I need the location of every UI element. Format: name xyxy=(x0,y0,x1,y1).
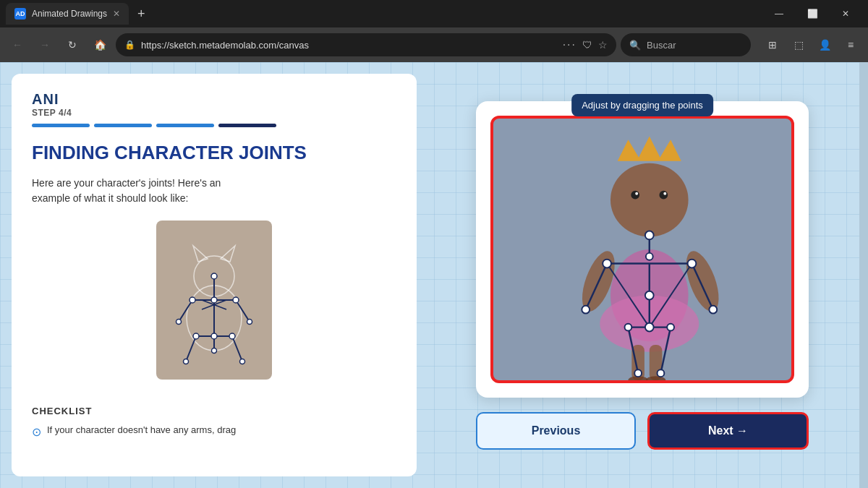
app-title: ANI xyxy=(32,91,396,108)
svg-point-22 xyxy=(247,320,252,325)
svg-point-30 xyxy=(635,192,638,194)
svg-point-31 xyxy=(663,192,666,194)
svg-point-29 xyxy=(659,190,668,199)
canvas-card: Adjust by dragging the points xyxy=(476,101,809,398)
tab-manager-icon[interactable]: ⬚ xyxy=(787,33,810,56)
navigation-buttons: Previous Next → xyxy=(476,412,809,450)
menu-icon[interactable]: ≡ xyxy=(839,33,862,56)
svg-point-16 xyxy=(190,297,195,303)
svg-point-20 xyxy=(229,333,235,339)
character-canvas[interactable] xyxy=(490,116,794,383)
sidebar-panel: ANI STEP 4/4 FINDING CHARACTER JOINTS He… xyxy=(12,74,417,476)
svg-point-25 xyxy=(211,348,216,354)
checklist-section: CHECKLIST ⊙ If your character doesn't ha… xyxy=(32,394,396,458)
step-title: FINDING CHARACTER JOINTS xyxy=(32,142,396,164)
profile-icon[interactable]: 👤 xyxy=(813,33,836,56)
url-text: https://sketch.metademolab.com/canvas xyxy=(141,40,557,51)
svg-point-60 xyxy=(634,369,642,377)
step-label: STEP 4/4 xyxy=(32,108,396,118)
svg-point-17 xyxy=(233,297,239,303)
maximize-button[interactable]: ⬜ xyxy=(796,0,829,27)
extensions-icon[interactable]: ⊞ xyxy=(761,33,784,56)
forward-button[interactable]: → xyxy=(33,33,56,56)
step-bar-2 xyxy=(94,124,152,127)
svg-point-28 xyxy=(631,190,639,199)
toolbar-icons: ⊞ ⬚ 👤 ≡ xyxy=(761,33,862,56)
home-button[interactable]: 🏠 xyxy=(88,33,111,56)
refresh-button[interactable]: ↻ xyxy=(61,33,84,56)
app-area: ANI STEP 4/4 FINDING CHARACTER JOINTS He… xyxy=(0,62,868,488)
svg-point-55 xyxy=(645,322,654,331)
svg-point-52 xyxy=(603,259,611,267)
character-skeleton-svg xyxy=(493,119,791,380)
tab-bar: AD Animated Drawings ✕ + — ⬜ ✕ xyxy=(0,0,868,27)
search-icon: 🔍 xyxy=(629,40,641,51)
svg-point-54 xyxy=(645,291,654,299)
new-tab-button[interactable]: + xyxy=(132,7,151,22)
svg-point-61 xyxy=(658,369,665,377)
address-end-icons: 🛡 ☆ xyxy=(582,39,608,51)
star-icon: ☆ xyxy=(598,39,608,51)
step-progress-bars xyxy=(32,124,396,127)
svg-point-14 xyxy=(211,273,217,279)
shield-icon: 🛡 xyxy=(582,39,592,51)
svg-point-21 xyxy=(176,320,181,325)
cat-skeleton-illustration xyxy=(156,221,272,380)
step-bar-3 xyxy=(156,124,214,127)
sidebar-body[interactable]: Here are your character's joints! Here's… xyxy=(12,176,417,476)
svg-point-19 xyxy=(193,333,199,339)
svg-point-23 xyxy=(183,359,188,364)
checklist-title: CHECKLIST xyxy=(32,406,396,416)
svg-point-50 xyxy=(645,231,654,239)
back-button[interactable]: ← xyxy=(6,33,29,56)
checklist-check-icon: ⊙ xyxy=(32,424,41,440)
step-bar-1 xyxy=(32,124,90,127)
window-controls: — ⬜ ✕ xyxy=(762,0,862,27)
navigation-bar: ← → ↻ 🏠 🔒 https://sketch.metademolab.com… xyxy=(0,27,868,62)
search-placeholder: Buscar xyxy=(647,40,676,51)
svg-point-53 xyxy=(688,259,697,267)
description: Here are your character's joints! Here's… xyxy=(32,176,396,206)
checklist-item-text: If your character doesn't have any arms,… xyxy=(47,424,236,437)
close-button[interactable]: ✕ xyxy=(829,0,862,27)
previous-button[interactable]: Previous xyxy=(476,412,636,450)
security-icon: 🔒 xyxy=(124,40,135,50)
cat-skeleton-svg xyxy=(158,224,271,376)
tab-favicon: AD xyxy=(14,8,26,20)
svg-point-24 xyxy=(239,359,244,364)
browser-chrome: AD Animated Drawings ✕ + — ⬜ ✕ ← → ↻ 🏠 🔒… xyxy=(0,0,868,62)
svg-point-51 xyxy=(646,252,653,260)
right-panel: Adjust by dragging the points xyxy=(417,62,868,488)
svg-point-59 xyxy=(709,305,717,313)
minimize-button[interactable]: — xyxy=(762,0,796,27)
tab-close-button[interactable]: ✕ xyxy=(113,9,120,19)
tab-title: Animated Drawings xyxy=(32,9,107,19)
address-bar[interactable]: 🔒 https://sketch.metademolab.com/canvas … xyxy=(116,33,616,56)
svg-point-57 xyxy=(667,323,674,330)
active-tab[interactable]: AD Animated Drawings ✕ xyxy=(6,3,129,25)
more-options-icon: ··· xyxy=(563,38,576,51)
checklist-item-1: ⊙ If your character doesn't have any arm… xyxy=(32,424,396,440)
svg-point-58 xyxy=(582,305,590,313)
next-button[interactable]: Next → xyxy=(647,412,809,450)
tooltip: Adjust by dragging the points xyxy=(571,94,713,116)
search-bar[interactable]: 🔍 Buscar xyxy=(621,33,751,56)
svg-point-27 xyxy=(610,163,689,236)
step-bar-4 xyxy=(218,124,276,127)
svg-marker-26 xyxy=(618,136,681,160)
svg-point-15 xyxy=(211,297,217,303)
sidebar-header: ANI STEP 4/4 FINDING CHARACTER JOINTS xyxy=(12,74,417,176)
svg-point-56 xyxy=(625,323,632,330)
svg-point-18 xyxy=(211,333,217,339)
